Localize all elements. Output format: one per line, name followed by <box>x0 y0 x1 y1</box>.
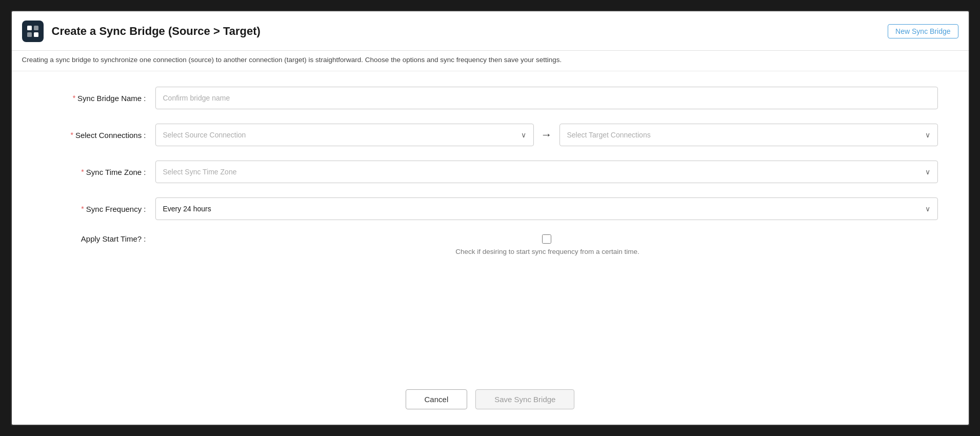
frequency-chevron-icon: ∨ <box>925 205 930 213</box>
frequency-select[interactable]: Every 24 hours ∨ <box>155 197 938 220</box>
timezone-control: Select Sync Time Zone ∨ <box>155 161 938 183</box>
page-title: Create a Sync Bridge (Source > Target) <box>52 25 880 38</box>
main-window: Create a Sync Bridge (Source > Target) N… <box>11 10 970 426</box>
required-star-name: * <box>73 94 75 102</box>
app-logo <box>22 21 44 42</box>
frequency-row: * Sync Frequency : Every 24 hours ∨ <box>43 197 938 220</box>
timezone-row: * Sync Time Zone : Select Sync Time Zone… <box>43 161 938 183</box>
svg-rect-0 <box>27 26 32 30</box>
page-description: Creating a sync bridge to synchronize on… <box>12 51 969 71</box>
svg-rect-3 <box>34 32 38 37</box>
bridge-name-row: * Sync Bridge Name : <box>43 87 938 109</box>
bridge-name-control <box>155 87 938 109</box>
start-time-label: Apply Start Time? : <box>43 234 155 243</box>
target-connections-placeholder: Select Target Connections <box>567 131 651 139</box>
connections-control: Select Source Connection ∨ → Select Targ… <box>155 124 938 146</box>
button-row: Cancel Save Sync Bridge <box>12 379 969 425</box>
required-star-timezone: * <box>81 168 84 176</box>
frequency-value: Every 24 hours <box>163 205 211 213</box>
target-connections-select[interactable]: Select Target Connections ∨ <box>559 124 938 146</box>
start-time-hint: Check if desiring to start sync frequenc… <box>455 248 639 255</box>
source-connection-select[interactable]: Select Source Connection ∨ <box>155 124 534 146</box>
header: Create a Sync Bridge (Source > Target) N… <box>12 11 969 51</box>
form-area: * Sync Bridge Name : * Select Connection… <box>12 71 969 379</box>
timezone-placeholder: Select Sync Time Zone <box>163 168 237 176</box>
frequency-control: Every 24 hours ∨ <box>155 197 938 220</box>
new-sync-bridge-badge[interactable]: New Sync Bridge <box>888 24 958 38</box>
start-time-control: Check if desiring to start sync frequenc… <box>155 234 938 255</box>
save-sync-bridge-button[interactable]: Save Sync Bridge <box>475 389 574 409</box>
arrow-icon: → <box>539 128 554 142</box>
frequency-label: * Sync Frequency : <box>43 205 155 213</box>
svg-rect-2 <box>27 32 32 37</box>
required-star-frequency: * <box>81 205 84 213</box>
connections-label: * Select Connections : <box>43 131 155 140</box>
source-connection-placeholder: Select Source Connection <box>163 131 246 139</box>
bridge-name-input[interactable] <box>155 87 938 109</box>
source-chevron-icon: ∨ <box>521 131 526 139</box>
start-time-checkbox-wrapper <box>542 234 551 244</box>
target-chevron-icon: ∨ <box>925 131 930 139</box>
required-star-connections: * <box>70 131 73 139</box>
cancel-button[interactable]: Cancel <box>406 389 468 409</box>
connections-row: * Select Connections : Select Source Con… <box>43 124 938 146</box>
timezone-chevron-icon: ∨ <box>925 168 930 176</box>
svg-rect-1 <box>34 26 38 30</box>
timezone-label: * Sync Time Zone : <box>43 168 155 176</box>
start-time-row: Apply Start Time? : Check if desiring to… <box>43 234 938 255</box>
bridge-name-label: * Sync Bridge Name : <box>43 94 155 103</box>
timezone-select[interactable]: Select Sync Time Zone ∨ <box>155 161 938 183</box>
start-time-checkbox[interactable] <box>542 234 551 244</box>
